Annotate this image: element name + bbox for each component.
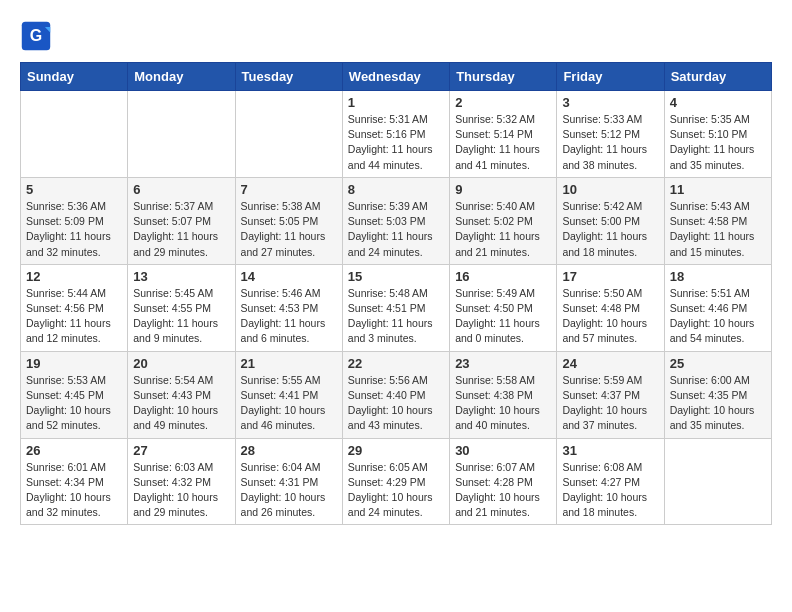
day-info: Sunrise: 5:31 AM Sunset: 5:16 PM Dayligh… xyxy=(348,112,444,173)
calendar-week-row: 19Sunrise: 5:53 AM Sunset: 4:45 PM Dayli… xyxy=(21,351,772,438)
svg-text:G: G xyxy=(30,27,42,44)
day-info: Sunrise: 6:03 AM Sunset: 4:32 PM Dayligh… xyxy=(133,460,229,521)
day-number: 18 xyxy=(670,269,766,284)
weekday-header-monday: Monday xyxy=(128,63,235,91)
day-number: 9 xyxy=(455,182,551,197)
day-info: Sunrise: 6:05 AM Sunset: 4:29 PM Dayligh… xyxy=(348,460,444,521)
day-number: 25 xyxy=(670,356,766,371)
day-info: Sunrise: 5:33 AM Sunset: 5:12 PM Dayligh… xyxy=(562,112,658,173)
calendar-cell: 29Sunrise: 6:05 AM Sunset: 4:29 PM Dayli… xyxy=(342,438,449,525)
day-number: 23 xyxy=(455,356,551,371)
calendar-week-row: 1Sunrise: 5:31 AM Sunset: 5:16 PM Daylig… xyxy=(21,91,772,178)
day-number: 26 xyxy=(26,443,122,458)
calendar-cell: 10Sunrise: 5:42 AM Sunset: 5:00 PM Dayli… xyxy=(557,177,664,264)
day-info: Sunrise: 6:01 AM Sunset: 4:34 PM Dayligh… xyxy=(26,460,122,521)
calendar-table: SundayMondayTuesdayWednesdayThursdayFrid… xyxy=(20,62,772,525)
day-info: Sunrise: 5:32 AM Sunset: 5:14 PM Dayligh… xyxy=(455,112,551,173)
day-number: 15 xyxy=(348,269,444,284)
day-number: 16 xyxy=(455,269,551,284)
calendar-cell xyxy=(235,91,342,178)
weekday-header-thursday: Thursday xyxy=(450,63,557,91)
logo: G xyxy=(20,20,56,52)
weekday-header-row: SundayMondayTuesdayWednesdayThursdayFrid… xyxy=(21,63,772,91)
day-number: 1 xyxy=(348,95,444,110)
calendar-cell: 16Sunrise: 5:49 AM Sunset: 4:50 PM Dayli… xyxy=(450,264,557,351)
calendar-cell: 20Sunrise: 5:54 AM Sunset: 4:43 PM Dayli… xyxy=(128,351,235,438)
day-info: Sunrise: 5:39 AM Sunset: 5:03 PM Dayligh… xyxy=(348,199,444,260)
calendar-cell: 1Sunrise: 5:31 AM Sunset: 5:16 PM Daylig… xyxy=(342,91,449,178)
calendar-cell: 27Sunrise: 6:03 AM Sunset: 4:32 PM Dayli… xyxy=(128,438,235,525)
day-number: 31 xyxy=(562,443,658,458)
day-info: Sunrise: 5:45 AM Sunset: 4:55 PM Dayligh… xyxy=(133,286,229,347)
day-number: 2 xyxy=(455,95,551,110)
calendar-cell: 18Sunrise: 5:51 AM Sunset: 4:46 PM Dayli… xyxy=(664,264,771,351)
calendar-cell: 21Sunrise: 5:55 AM Sunset: 4:41 PM Dayli… xyxy=(235,351,342,438)
day-number: 7 xyxy=(241,182,337,197)
day-info: Sunrise: 5:56 AM Sunset: 4:40 PM Dayligh… xyxy=(348,373,444,434)
day-info: Sunrise: 5:37 AM Sunset: 5:07 PM Dayligh… xyxy=(133,199,229,260)
day-number: 6 xyxy=(133,182,229,197)
day-number: 27 xyxy=(133,443,229,458)
calendar-cell: 26Sunrise: 6:01 AM Sunset: 4:34 PM Dayli… xyxy=(21,438,128,525)
calendar-cell: 6Sunrise: 5:37 AM Sunset: 5:07 PM Daylig… xyxy=(128,177,235,264)
day-number: 21 xyxy=(241,356,337,371)
day-number: 17 xyxy=(562,269,658,284)
calendar-cell: 19Sunrise: 5:53 AM Sunset: 4:45 PM Dayli… xyxy=(21,351,128,438)
calendar-cell: 13Sunrise: 5:45 AM Sunset: 4:55 PM Dayli… xyxy=(128,264,235,351)
day-number: 4 xyxy=(670,95,766,110)
calendar-cell: 11Sunrise: 5:43 AM Sunset: 4:58 PM Dayli… xyxy=(664,177,771,264)
calendar-cell: 22Sunrise: 5:56 AM Sunset: 4:40 PM Dayli… xyxy=(342,351,449,438)
day-info: Sunrise: 5:59 AM Sunset: 4:37 PM Dayligh… xyxy=(562,373,658,434)
day-number: 24 xyxy=(562,356,658,371)
day-number: 29 xyxy=(348,443,444,458)
day-info: Sunrise: 5:40 AM Sunset: 5:02 PM Dayligh… xyxy=(455,199,551,260)
weekday-header-wednesday: Wednesday xyxy=(342,63,449,91)
calendar-cell: 15Sunrise: 5:48 AM Sunset: 4:51 PM Dayli… xyxy=(342,264,449,351)
calendar-cell: 4Sunrise: 5:35 AM Sunset: 5:10 PM Daylig… xyxy=(664,91,771,178)
calendar-cell xyxy=(664,438,771,525)
calendar-week-row: 5Sunrise: 5:36 AM Sunset: 5:09 PM Daylig… xyxy=(21,177,772,264)
calendar-cell: 23Sunrise: 5:58 AM Sunset: 4:38 PM Dayli… xyxy=(450,351,557,438)
day-info: Sunrise: 5:43 AM Sunset: 4:58 PM Dayligh… xyxy=(670,199,766,260)
calendar-cell: 3Sunrise: 5:33 AM Sunset: 5:12 PM Daylig… xyxy=(557,91,664,178)
weekday-header-tuesday: Tuesday xyxy=(235,63,342,91)
day-info: Sunrise: 5:53 AM Sunset: 4:45 PM Dayligh… xyxy=(26,373,122,434)
day-number: 30 xyxy=(455,443,551,458)
day-info: Sunrise: 5:35 AM Sunset: 5:10 PM Dayligh… xyxy=(670,112,766,173)
page-header: G xyxy=(20,20,772,52)
day-info: Sunrise: 6:08 AM Sunset: 4:27 PM Dayligh… xyxy=(562,460,658,521)
day-number: 11 xyxy=(670,182,766,197)
calendar-cell: 14Sunrise: 5:46 AM Sunset: 4:53 PM Dayli… xyxy=(235,264,342,351)
calendar-cell: 28Sunrise: 6:04 AM Sunset: 4:31 PM Dayli… xyxy=(235,438,342,525)
day-info: Sunrise: 6:00 AM Sunset: 4:35 PM Dayligh… xyxy=(670,373,766,434)
day-number: 5 xyxy=(26,182,122,197)
day-info: Sunrise: 5:38 AM Sunset: 5:05 PM Dayligh… xyxy=(241,199,337,260)
weekday-header-saturday: Saturday xyxy=(664,63,771,91)
calendar-cell: 31Sunrise: 6:08 AM Sunset: 4:27 PM Dayli… xyxy=(557,438,664,525)
calendar-cell xyxy=(128,91,235,178)
day-info: Sunrise: 5:55 AM Sunset: 4:41 PM Dayligh… xyxy=(241,373,337,434)
day-number: 12 xyxy=(26,269,122,284)
calendar-cell: 7Sunrise: 5:38 AM Sunset: 5:05 PM Daylig… xyxy=(235,177,342,264)
day-info: Sunrise: 5:49 AM Sunset: 4:50 PM Dayligh… xyxy=(455,286,551,347)
weekday-header-sunday: Sunday xyxy=(21,63,128,91)
weekday-header-friday: Friday xyxy=(557,63,664,91)
calendar-cell: 24Sunrise: 5:59 AM Sunset: 4:37 PM Dayli… xyxy=(557,351,664,438)
day-number: 28 xyxy=(241,443,337,458)
calendar-week-row: 26Sunrise: 6:01 AM Sunset: 4:34 PM Dayli… xyxy=(21,438,772,525)
day-info: Sunrise: 6:07 AM Sunset: 4:28 PM Dayligh… xyxy=(455,460,551,521)
day-info: Sunrise: 5:54 AM Sunset: 4:43 PM Dayligh… xyxy=(133,373,229,434)
day-info: Sunrise: 5:36 AM Sunset: 5:09 PM Dayligh… xyxy=(26,199,122,260)
day-info: Sunrise: 5:51 AM Sunset: 4:46 PM Dayligh… xyxy=(670,286,766,347)
day-info: Sunrise: 5:44 AM Sunset: 4:56 PM Dayligh… xyxy=(26,286,122,347)
day-number: 14 xyxy=(241,269,337,284)
day-number: 20 xyxy=(133,356,229,371)
day-info: Sunrise: 5:48 AM Sunset: 4:51 PM Dayligh… xyxy=(348,286,444,347)
calendar-cell: 9Sunrise: 5:40 AM Sunset: 5:02 PM Daylig… xyxy=(450,177,557,264)
day-info: Sunrise: 5:46 AM Sunset: 4:53 PM Dayligh… xyxy=(241,286,337,347)
day-number: 10 xyxy=(562,182,658,197)
logo-icon: G xyxy=(20,20,52,52)
day-info: Sunrise: 5:50 AM Sunset: 4:48 PM Dayligh… xyxy=(562,286,658,347)
day-number: 22 xyxy=(348,356,444,371)
day-number: 13 xyxy=(133,269,229,284)
